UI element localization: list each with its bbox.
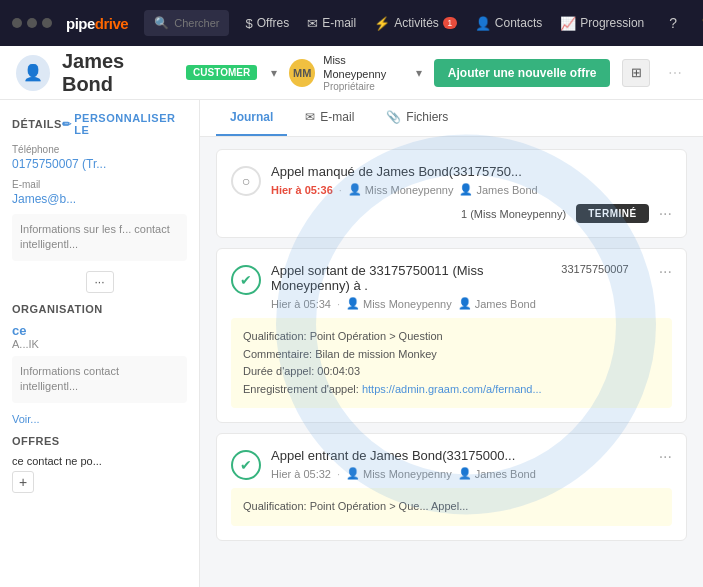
chevron-down-icon[interactable]: ▾ bbox=[271, 66, 277, 80]
activites-badge: 1 bbox=[443, 17, 457, 29]
owner-name: Miss Moneypenny bbox=[323, 53, 406, 82]
incoming-call-owner: 👤 Miss Moneypenny bbox=[346, 467, 452, 480]
sidebar: DÉTAILS ✏ Personnaliser le Téléphone 017… bbox=[0, 100, 200, 587]
main-content: DÉTAILS ✏ Personnaliser le Téléphone 017… bbox=[0, 100, 703, 587]
feed-item-body-3: Appel entrant de James Bond(33175000... … bbox=[271, 448, 649, 480]
feed-item-footer-1: 1 (Miss Moneypenny) TERMINÉ ··· bbox=[231, 204, 672, 223]
tab-journal-label: Journal bbox=[230, 110, 273, 124]
more-dots-icon-3[interactable]: ··· bbox=[659, 448, 672, 466]
missed-call-title: Appel manqué de James Bond(33175750... bbox=[271, 164, 672, 179]
more-dots-icon-1[interactable]: ··· bbox=[659, 205, 672, 223]
incoming-call-owner-name: Miss Moneypenny bbox=[363, 468, 452, 480]
subheader: 👤 James Bond CUSTOMER ▾ MM Miss Moneypen… bbox=[0, 46, 703, 100]
outgoing-call-time: Hier à 05:34 bbox=[271, 298, 331, 310]
tab-fichiers-label: Fichiers bbox=[406, 110, 448, 124]
logo: pipedrive bbox=[66, 15, 128, 32]
personalise-button[interactable]: ✏ Personnaliser le bbox=[62, 112, 187, 136]
outgoing-call-contact: 👤 James Bond bbox=[458, 297, 536, 310]
outgoing-call-contact-name: James Bond bbox=[475, 298, 536, 310]
outgoing-call-owner: 👤 Miss Moneypenny bbox=[346, 297, 452, 310]
nav-activites-label: Activités bbox=[394, 16, 439, 30]
nav-contacts[interactable]: 👤 Contacts bbox=[467, 12, 550, 35]
progression-icon: 📈 bbox=[560, 16, 576, 31]
nav-offres[interactable]: $ Offres bbox=[237, 12, 297, 35]
phone-value[interactable]: 0175750007 (Tr... bbox=[12, 157, 187, 171]
org-title-label: ORGANISATION bbox=[12, 303, 103, 315]
grid-view-button[interactable]: ⊞ bbox=[622, 59, 650, 87]
contact-user-icon-3: 👤 bbox=[458, 467, 472, 480]
nav-items: $ Offres ✉ E-mail ⚡ Activités 1 👤 Contac… bbox=[237, 12, 652, 35]
search-icon: 🔍 bbox=[154, 16, 169, 30]
nav-contacts-label: Contacts bbox=[495, 16, 542, 30]
feed-item-body-2: Appel sortant de 33175750011 (Miss Money… bbox=[271, 263, 551, 310]
email-field: E-mail James@b... bbox=[12, 179, 187, 206]
help-button[interactable]: ? bbox=[660, 10, 686, 36]
contact-name: James Bond bbox=[62, 50, 174, 96]
topbar: pipedrive 🔍 Chercher $ Offres ✉ E-mail ⚡… bbox=[0, 0, 703, 46]
owner-user-icon: 👤 bbox=[348, 183, 362, 196]
bulb-icon[interactable]: 💡 bbox=[694, 10, 703, 36]
details-section-title: DÉTAILS ✏ Personnaliser le bbox=[12, 112, 187, 136]
edit-icon: ✏ bbox=[62, 118, 72, 131]
outgoing-call-meta: Hier à 05:34 · 👤 Miss Moneypenny 👤 James… bbox=[271, 297, 551, 310]
tabs: Journal ✉ E-mail 📎 Fichiers bbox=[200, 100, 703, 137]
missed-call-contact: 👤 James Bond bbox=[459, 183, 537, 196]
enregistrement-link[interactable]: https://admin.graam.com/a/fernand... bbox=[362, 383, 542, 395]
see-more-link[interactable]: Voir... bbox=[12, 413, 187, 425]
incoming-note-text: Qualification: Point Opération > Que... … bbox=[243, 498, 660, 516]
tab-email[interactable]: ✉ E-mail bbox=[291, 100, 368, 136]
details-label: DÉTAILS bbox=[12, 118, 62, 130]
fichiers-tab-icon: 📎 bbox=[386, 110, 401, 124]
nav-offres-label: Offres bbox=[257, 16, 289, 30]
email-icon: ✉ bbox=[307, 16, 318, 31]
add-offer-plus-button[interactable]: + bbox=[12, 471, 34, 493]
offer-text: ce contact ne po... bbox=[12, 455, 187, 467]
ellipsis-button[interactable]: ··· bbox=[86, 271, 114, 293]
outgoing-call-note: Qualification: Point Opération > Questio… bbox=[231, 318, 672, 408]
dot-2 bbox=[27, 18, 37, 28]
right-label-1: 1 (Miss Moneypenny) bbox=[461, 208, 566, 220]
incoming-call-contact: 👤 James Bond bbox=[458, 467, 536, 480]
owner-info: Miss Moneypenny Propriétaire bbox=[323, 53, 406, 93]
note-enregistrement: Enregistrement d'appel: https://admin.gr… bbox=[243, 381, 660, 399]
nav-email-label: E-mail bbox=[322, 16, 356, 30]
outgoing-call-title: Appel sortant de 33175750011 (Miss Money… bbox=[271, 263, 551, 293]
incoming-call-title: Appel entrant de James Bond(33175000... bbox=[271, 448, 649, 463]
tab-fichiers[interactable]: 📎 Fichiers bbox=[372, 100, 462, 136]
nav-email[interactable]: ✉ E-mail bbox=[299, 12, 364, 35]
more-dots-icon-2[interactable]: ··· bbox=[659, 263, 672, 281]
nav-progression[interactable]: 📈 Progression bbox=[552, 12, 652, 35]
owner-user-icon-2: 👤 bbox=[346, 297, 360, 310]
note-qualification: Qualification: Point Opération > Questio… bbox=[243, 328, 660, 346]
phone-field: Téléphone 0175750007 (Tr... bbox=[12, 144, 187, 171]
search-input[interactable]: 🔍 Chercher bbox=[144, 10, 229, 36]
feed-item-header-1: ○ Appel manqué de James Bond(33175750...… bbox=[231, 164, 672, 196]
phone-label: Téléphone bbox=[12, 144, 187, 155]
feed-item-outgoing-call: ✔ Appel sortant de 33175750011 (Miss Mon… bbox=[216, 248, 687, 423]
owner-chevron-icon[interactable]: ▾ bbox=[416, 66, 422, 80]
incoming-call-meta: Hier à 05:32 · 👤 Miss Moneypenny 👤 James… bbox=[271, 467, 649, 480]
incoming-call-note-partial: Qualification: Point Opération > Que... … bbox=[231, 488, 672, 526]
add-offer-button[interactable]: Ajouter une nouvelle offre bbox=[434, 59, 611, 87]
more-options-button[interactable]: ⋯ bbox=[662, 60, 687, 86]
org-name[interactable]: ce bbox=[12, 323, 187, 338]
topbar-right: ? 💡 JD John Doe Smartcontact bbox=[660, 9, 703, 37]
note-duree: Durée d'appel: 00:04:03 bbox=[243, 363, 660, 381]
right-label-2: 33175750007 bbox=[561, 263, 628, 275]
tab-journal[interactable]: Journal bbox=[216, 100, 287, 136]
email-value[interactable]: James@b... bbox=[12, 192, 187, 206]
activites-icon: ⚡ bbox=[374, 16, 390, 31]
feed-item-body-1: Appel manqué de James Bond(33175750... H… bbox=[271, 164, 672, 196]
termine-badge: TERMINÉ bbox=[576, 204, 649, 223]
owner-user-icon-3: 👤 bbox=[346, 467, 360, 480]
tab-email-label: E-mail bbox=[320, 110, 354, 124]
dot-3 bbox=[42, 18, 52, 28]
org-section: ORGANISATION ce A...IK Informations cont… bbox=[12, 303, 187, 425]
activity-feed: ○ Appel manqué de James Bond(33175750...… bbox=[200, 137, 703, 563]
feed-item-header-3: ✔ Appel entrant de James Bond(33175000..… bbox=[231, 448, 672, 480]
owner-avatar: MM bbox=[289, 59, 315, 87]
missed-call-meta: Hier à 05:36 · 👤 Miss Moneypenny 👤 James… bbox=[271, 183, 672, 196]
incoming-call-time: Hier à 05:32 bbox=[271, 468, 331, 480]
nav-activites[interactable]: ⚡ Activités 1 bbox=[366, 12, 465, 35]
incoming-call-icon: ✔ bbox=[231, 450, 261, 480]
